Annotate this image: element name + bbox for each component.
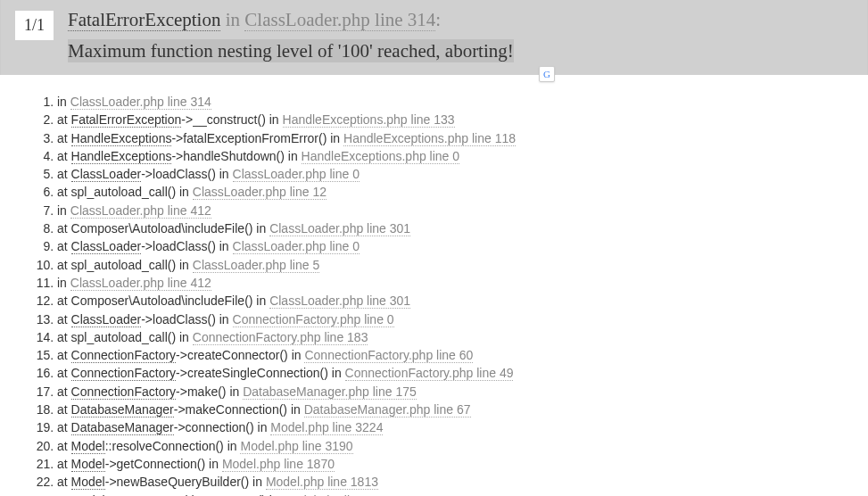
frame-prefix: at: [57, 348, 71, 362]
trace-frame: at FatalErrorException->__construct() in…: [57, 111, 854, 128]
frame-location[interactable]: Model.php line 3224: [270, 420, 383, 435]
frame-method: newQueryWithoutScopes(): [117, 493, 266, 496]
frame-in-word: in: [205, 457, 222, 471]
frame-location[interactable]: ConnectionFactory.php line 183: [193, 330, 368, 345]
frame-arrow: ->: [174, 420, 186, 434]
frame-method: spl_autoload_call(): [71, 330, 177, 344]
frame-prefix: at: [57, 149, 71, 163]
trace-frame: at ConnectionFactory->createSingleConnec…: [57, 364, 854, 382]
frame-class[interactable]: Model: [71, 439, 105, 454]
frame-in-word: in: [254, 420, 271, 434]
frame-class[interactable]: ClassLoader: [71, 167, 142, 182]
frame-class[interactable]: FatalErrorException: [71, 112, 182, 128]
trace-frame: at Model->newBaseQueryBuilder() in Model…: [57, 473, 854, 491]
frame-arrow: ->: [141, 312, 153, 327]
frame-class[interactable]: ConnectionFactory: [71, 366, 177, 381]
exception-message-wrap: Maximum function nesting level of '100' …: [68, 40, 853, 62]
frame-location[interactable]: ConnectionFactory.php line 0: [233, 312, 394, 327]
frame-prefix: at: [57, 221, 71, 236]
frame-location[interactable]: ClassLoader.php line 314: [70, 95, 211, 110]
trace-frame: at ConnectionFactory->make() in Database…: [57, 383, 854, 401]
frame-method: spl_autoload_call(): [71, 185, 177, 199]
trace-frame: at spl_autoload_call() in ClassLoader.ph…: [57, 256, 854, 274]
frame-class[interactable]: Model: [71, 457, 105, 472]
frame-location[interactable]: HandleExceptions.php line 118: [343, 131, 516, 146]
frame-method: createConnector(): [187, 348, 288, 362]
frame-in-word: in: [216, 167, 233, 181]
frame-location[interactable]: ConnectionFactory.php line 60: [304, 348, 473, 363]
frame-location[interactable]: Model.php line 3190: [240, 439, 352, 454]
frame-arrow: ->: [176, 348, 187, 362]
frame-location[interactable]: ClassLoader.php line 412: [70, 276, 211, 291]
trace-frame: at Composer\Autoload\includeFile() in Cl…: [57, 219, 854, 237]
frame-method: createSingleConnection(): [187, 366, 328, 380]
trace-frame: at HandleExceptions->handleShutdown() in…: [57, 147, 854, 165]
frame-location[interactable]: HandleExceptions.php line 0: [302, 149, 459, 164]
frame-arrow: ->: [141, 239, 153, 253]
frame-arrow: ->: [174, 402, 186, 417]
frame-method: connection(): [186, 420, 254, 434]
frame-location[interactable]: ClassLoader.php line 0: [233, 167, 360, 182]
frame-location[interactable]: ClassLoader.php line 412: [70, 203, 211, 219]
trace-frame: at Model->getConnection() in Model.php l…: [57, 455, 854, 473]
frame-location[interactable]: Model.php line 1870: [222, 457, 335, 472]
frame-method: newBaseQueryBuilder(): [117, 475, 250, 489]
frame-class[interactable]: HandleExceptions: [71, 149, 172, 164]
frame-prefix: at: [57, 293, 71, 308]
frame-location[interactable]: DatabaseManager.php line 175: [243, 384, 417, 400]
frame-method: spl_autoload_call(): [71, 258, 177, 272]
frame-prefix: in: [57, 203, 70, 218]
frame-location[interactable]: DatabaseManager.php line 67: [304, 402, 471, 417]
frame-location[interactable]: ClassLoader.php line 12: [193, 185, 327, 200]
in-word: in: [220, 9, 244, 30]
frame-location[interactable]: HandleExceptions.php line 133: [283, 112, 455, 128]
frame-location[interactable]: ClassLoader.php line 5: [193, 258, 319, 273]
trace-frame: in ClassLoader.php line 412: [57, 274, 854, 292]
frame-prefix: at: [57, 384, 71, 399]
frame-class[interactable]: DatabaseManager: [71, 420, 174, 435]
frame-method: getConnection(): [117, 457, 206, 471]
exception-location[interactable]: ClassLoader.php line 314: [244, 9, 435, 31]
frame-location[interactable]: Model.php line 1813: [266, 475, 378, 490]
frame-class[interactable]: ClassLoader: [71, 312, 142, 327]
trace-frame: at ClassLoader->loadClass() in ClassLoad…: [57, 237, 854, 255]
exception-name[interactable]: FatalErrorException: [68, 9, 220, 31]
frame-location[interactable]: ClassLoader.php line 301: [269, 293, 410, 309]
frame-prefix: at: [57, 330, 71, 344]
frame-class[interactable]: DatabaseManager: [71, 402, 174, 417]
frame-arrow: ::: [105, 439, 112, 453]
frame-method: makeConnection(): [186, 402, 287, 417]
frame-class[interactable]: Model: [71, 493, 105, 496]
translate-icon[interactable]: G: [539, 66, 555, 82]
frame-method: make(): [187, 384, 227, 399]
frame-location[interactable]: ClassLoader.php line 301: [269, 221, 410, 236]
frame-in-word: in: [327, 131, 343, 145]
trace-frame: at Composer\Autoload\includeFile() in Cl…: [57, 292, 854, 310]
header-row: 1/1 FatalErrorException in ClassLoader.p…: [15, 9, 853, 62]
frame-prefix: at: [57, 239, 71, 253]
exception-header: 1/1 FatalErrorException in ClassLoader.p…: [0, 0, 868, 75]
frame-class[interactable]: ConnectionFactory: [71, 348, 177, 363]
frame-prefix: at: [57, 402, 71, 417]
frame-in-word: in: [176, 258, 193, 272]
frame-prefix: at: [57, 493, 71, 496]
frame-location[interactable]: ConnectionFactory.php line 49: [345, 366, 514, 381]
frame-class[interactable]: HandleExceptions: [71, 131, 172, 146]
frame-location[interactable]: Model.php line 1787: [283, 493, 395, 496]
frame-class[interactable]: Model: [71, 475, 105, 490]
frame-arrow: ->: [141, 167, 153, 181]
stack-trace: in ClassLoader.php line 314at FatalError…: [0, 75, 868, 496]
frame-class[interactable]: ConnectionFactory: [71, 384, 177, 400]
exception-title: FatalErrorException in ClassLoader.php l…: [68, 9, 853, 62]
frame-prefix: in: [57, 95, 70, 109]
frame-in-word: in: [287, 402, 304, 417]
frame-method: handleShutdown(): [183, 149, 285, 163]
trace-frame: at ConnectionFactory->createConnector() …: [57, 346, 854, 364]
frame-arrow: ->: [105, 493, 117, 496]
frame-location[interactable]: ClassLoader.php line 0: [233, 239, 360, 254]
frame-in-word: in: [252, 221, 269, 236]
frame-prefix: at: [57, 131, 71, 145]
trace-frame: at Model->newQueryWithoutScopes() in Mod…: [57, 492, 854, 496]
frame-class[interactable]: ClassLoader: [71, 239, 142, 254]
frame-prefix: at: [57, 439, 71, 453]
